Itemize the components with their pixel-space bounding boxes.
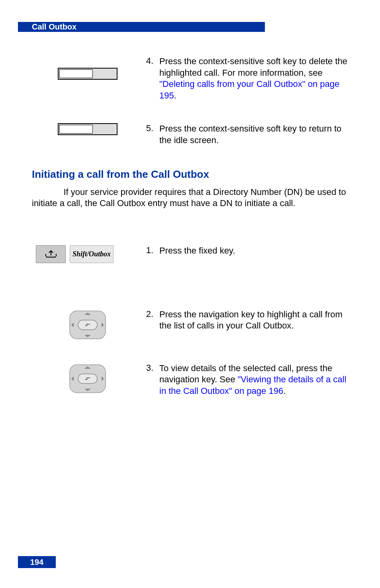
step-row: 3. To view details of the selected call,… bbox=[32, 363, 351, 397]
softkey-inner bbox=[59, 69, 93, 78]
icon-column: Shift/Outbox bbox=[32, 245, 143, 263]
note-body: If your service provider requires that a… bbox=[32, 187, 346, 208]
text-pre: Press the bbox=[159, 309, 199, 319]
section-heading: Initiating a call from the Call Outbox bbox=[32, 168, 351, 181]
step-text: To view details of the selected call, pr… bbox=[159, 363, 351, 397]
step-text: Press the navigation key to highlight a … bbox=[159, 309, 351, 332]
step-row: 5. Press the context-sensitive soft key … bbox=[32, 123, 351, 146]
icon-column bbox=[32, 123, 143, 135]
text-post: . bbox=[283, 386, 286, 396]
softkey-inner bbox=[59, 125, 93, 134]
step-number: 1. bbox=[143, 245, 159, 256]
text-pre: Press the bbox=[159, 124, 199, 134]
step-text: Press the fixed key. bbox=[159, 245, 351, 257]
step-number: 4. bbox=[143, 56, 159, 66]
svg-rect-3 bbox=[78, 374, 97, 383]
page-header: Call Outbox bbox=[32, 22, 76, 32]
text-pre: Press the bbox=[159, 246, 199, 256]
text-mid: fixed key. bbox=[199, 246, 235, 256]
step-row: Shift/Outbox 1. Press the fixed key. bbox=[32, 245, 351, 263]
navpad-icon bbox=[68, 309, 108, 341]
shift-key-icon bbox=[36, 245, 66, 263]
outbox-arrow-icon bbox=[44, 248, 58, 260]
navpad-icon bbox=[68, 363, 108, 395]
step-row: 2. Press the navigation key to highlight… bbox=[32, 309, 351, 341]
text-pre: Press the bbox=[159, 56, 199, 66]
icon-column bbox=[32, 309, 143, 341]
icon-column bbox=[32, 56, 143, 80]
shift-outbox-label: Shift/Outbox bbox=[70, 245, 114, 263]
svg-rect-1 bbox=[78, 320, 97, 330]
softkey-icon bbox=[58, 68, 118, 80]
text-post: . bbox=[174, 90, 176, 100]
step-number: 2. bbox=[143, 309, 159, 319]
cross-ref-link[interactable]: "Deleting calls from your Call Outbox" o… bbox=[159, 79, 339, 100]
step-row: 4. Press the context-sensitive soft key … bbox=[32, 56, 351, 101]
text-mid: navigation key. See bbox=[159, 374, 238, 384]
softkey-icon bbox=[58, 123, 118, 135]
page-content: 4. Press the context-sensitive soft key … bbox=[32, 56, 351, 419]
step-number: 3. bbox=[143, 363, 159, 373]
step-text: Press the context-sensitive soft key to … bbox=[159, 123, 351, 146]
step-number: 5. bbox=[143, 123, 159, 134]
step-text: Press the context-sensitive soft key to … bbox=[159, 56, 351, 101]
page-number: 194 bbox=[18, 556, 56, 568]
icon-column bbox=[32, 363, 143, 395]
note-paragraph: If your service provider requires that a… bbox=[32, 187, 351, 209]
text-pre: To view details of the selected call, pr… bbox=[159, 363, 332, 373]
